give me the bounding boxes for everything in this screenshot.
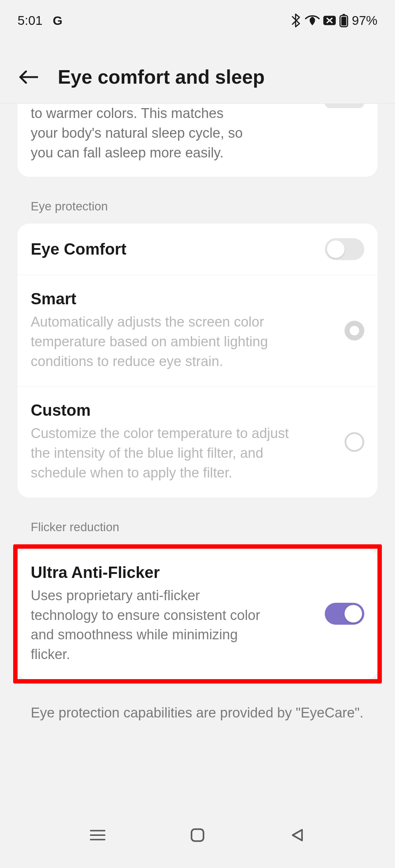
row-ultra-anti-flicker[interactable]: Ultra Anti-Flicker Uses proprietary anti… — [18, 549, 377, 679]
row-eye-comfort[interactable]: Eye Comfort — [18, 224, 377, 275]
status-time: 5:01 — [18, 13, 42, 28]
arrow-left-icon — [19, 70, 38, 84]
bedtime-desc: to warmer colors. This matches your body… — [31, 104, 250, 163]
section-label-flicker: Flicker reduction — [18, 498, 377, 544]
bedtime-card[interactable]: to warmer colors. This matches your body… — [18, 104, 377, 177]
battery-percent: 97% — [352, 13, 377, 28]
svg-rect-2 — [343, 14, 345, 15]
ultra-toggle[interactable] — [325, 603, 364, 625]
eye-comfort-title: Eye Comfort — [31, 240, 316, 258]
triangle-back-icon — [290, 828, 304, 842]
smart-radio[interactable] — [345, 321, 364, 340]
bluetooth-icon — [291, 14, 301, 27]
header: Eye comfort and sleep — [0, 37, 395, 104]
battery-icon — [339, 14, 348, 27]
status-right: 97% — [291, 13, 377, 28]
svg-rect-3 — [341, 17, 346, 26]
smart-desc: Automatically adjusts the screen color t… — [31, 312, 294, 372]
status-bar: 5:01 G 97% — [0, 0, 395, 37]
nav-bar — [0, 813, 395, 868]
wifi-icon — [305, 15, 320, 26]
highlight-marker: Ultra Anti-Flicker Uses proprietary anti… — [13, 544, 382, 684]
dnd-icon — [323, 16, 336, 25]
ultra-desc: Uses proprietary anti-flicker technology… — [31, 586, 265, 665]
smart-title: Smart — [31, 290, 336, 308]
ultra-title: Ultra Anti-Flicker — [31, 563, 316, 582]
custom-desc: Customize the color temperature to adjus… — [31, 424, 294, 483]
custom-radio[interactable] — [345, 432, 364, 452]
eye-protection-card: Eye Comfort Smart Automatically adjusts … — [18, 224, 377, 498]
bedtime-toggle-peek[interactable] — [325, 104, 364, 108]
section-label-eye-protection: Eye protection — [18, 177, 377, 224]
svg-rect-7 — [192, 829, 204, 841]
page-title: Eye comfort and sleep — [58, 66, 265, 88]
eye-comfort-toggle[interactable] — [325, 238, 364, 260]
content: to warmer colors. This matches your body… — [0, 104, 395, 723]
footer-note: Eye protection capabilities are provided… — [18, 684, 377, 723]
back-button[interactable] — [18, 66, 40, 88]
flicker-card: Ultra Anti-Flicker Uses proprietary anti… — [18, 549, 377, 679]
nav-back-button[interactable] — [286, 824, 308, 846]
nav-home-button[interactable] — [187, 824, 208, 846]
nav-recent-button[interactable] — [87, 824, 109, 846]
row-custom[interactable]: Custom Customize the color temperature t… — [18, 386, 377, 498]
row-smart[interactable]: Smart Automatically adjusts the screen c… — [18, 275, 377, 386]
custom-title: Custom — [31, 401, 336, 419]
status-left: 5:01 G — [18, 13, 63, 28]
google-icon: G — [53, 14, 62, 28]
home-icon — [190, 828, 205, 842]
recent-icon — [90, 829, 105, 841]
